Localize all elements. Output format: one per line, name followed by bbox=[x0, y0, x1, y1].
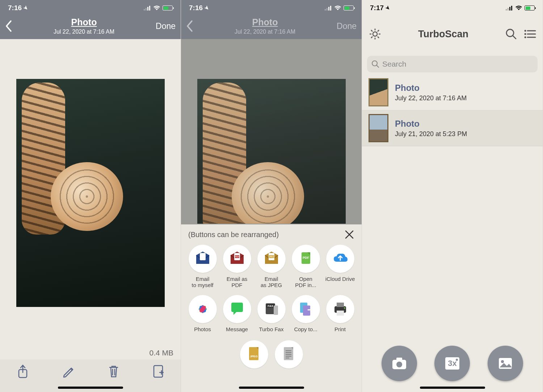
share-sheet: (Buttons can be rearranged) Emailto myse… bbox=[181, 224, 362, 392]
svg-point-36 bbox=[344, 307, 345, 309]
search-input[interactable]: Search bbox=[367, 56, 538, 72]
nav-bar: TurboScan bbox=[362, 16, 543, 52]
share-action-fax[interactable]: FAXTurbo Fax bbox=[254, 295, 289, 332]
share-label: Print bbox=[334, 326, 346, 332]
done-button: Done bbox=[337, 21, 357, 31]
svg-point-52 bbox=[396, 362, 402, 367]
nav-bar: 7:16 ➤ Photo Jul 22, 2020 at 7:16 AM bbox=[0, 0, 181, 39]
share-format-text-page[interactable] bbox=[275, 340, 303, 368]
svg-rect-34 bbox=[337, 303, 344, 307]
home-indicator[interactable] bbox=[58, 387, 123, 389]
x3-label: 3x bbox=[445, 357, 459, 370]
close-button[interactable] bbox=[344, 229, 354, 240]
svg-rect-42 bbox=[509, 7, 510, 10]
share-action-copy[interactable]: Copy to... bbox=[289, 295, 323, 332]
battery-icon bbox=[344, 5, 354, 10]
share-action-message-bubble[interactable]: Message bbox=[220, 295, 254, 332]
import-photo-button[interactable] bbox=[488, 346, 523, 381]
photo-viewport[interactable] bbox=[0, 39, 181, 359]
document-subtitle: July 22, 2020 at 7:16 AM bbox=[395, 94, 467, 102]
svg-point-54 bbox=[501, 360, 504, 363]
home-indicator[interactable] bbox=[420, 387, 485, 389]
home-indicator[interactable] bbox=[239, 387, 304, 389]
svg-point-46 bbox=[525, 30, 526, 32]
share-action-pdf-open[interactable]: PDFOpenPDF in... bbox=[289, 245, 323, 288]
search-icon bbox=[371, 60, 379, 68]
scan-3x-button[interactable]: 3x bbox=[434, 346, 470, 381]
share-label: Photos bbox=[194, 326, 211, 332]
edit-button[interactable] bbox=[62, 364, 75, 378]
search-button[interactable] bbox=[505, 28, 517, 40]
wifi-icon bbox=[153, 5, 160, 10]
share-button[interactable] bbox=[17, 364, 29, 379]
battery-icon bbox=[163, 5, 173, 10]
page-title[interactable]: Photo bbox=[12, 17, 156, 28]
list-view-button[interactable] bbox=[524, 29, 536, 39]
svg-rect-8 bbox=[328, 7, 329, 10]
page-subtitle: Jul 22, 2020 at 7:16 AM bbox=[193, 28, 337, 35]
signal-icon bbox=[325, 6, 332, 10]
icloud-icon bbox=[326, 245, 354, 273]
document-title: Photo bbox=[395, 119, 467, 129]
svg-rect-1 bbox=[146, 8, 147, 10]
delete-button[interactable] bbox=[108, 364, 119, 378]
svg-rect-37 bbox=[249, 347, 258, 360]
message-bubble-icon bbox=[223, 295, 251, 323]
screen-photo-view: 7:16 ➤ Photo Jul 22, 2020 at 7:16 AM bbox=[0, 0, 181, 392]
share-action-printer[interactable]: Print bbox=[323, 295, 357, 332]
document-row[interactable]: PhotoJuly 21, 2020 at 5:23 PM bbox=[362, 110, 543, 146]
page-title: Photo bbox=[193, 17, 337, 28]
share-action-envelope-blue[interactable]: Emailto myself bbox=[185, 245, 220, 288]
settings-button[interactable] bbox=[369, 28, 382, 41]
location-icon: ➤ bbox=[203, 4, 211, 12]
photos-flower-icon bbox=[189, 295, 217, 323]
fax-icon: FAX bbox=[257, 295, 286, 323]
svg-rect-9 bbox=[330, 6, 331, 10]
share-label: OpenPDF in... bbox=[295, 276, 316, 288]
share-label: Emailto myself bbox=[191, 276, 213, 288]
svg-rect-10 bbox=[200, 253, 206, 260]
back-button[interactable] bbox=[5, 20, 12, 32]
screen-library: 7:17 ➤ TurboScan Search PhotoJuly 22, 20… bbox=[362, 0, 543, 392]
svg-text:JPEG: JPEG bbox=[250, 355, 257, 358]
screen-share-sheet: 7:16 ➤ Photo Jul 22, 2020 at 7:16 AM Don… bbox=[181, 0, 362, 392]
share-label: Copy to... bbox=[294, 326, 317, 332]
share-action-envelope-red-pdf[interactable]: PDFEmail as PDF bbox=[220, 245, 254, 288]
document-title: Photo bbox=[395, 83, 467, 93]
share-label: Turbo Fax bbox=[259, 326, 284, 332]
status-time: 7:16 bbox=[8, 4, 22, 12]
svg-rect-7 bbox=[327, 8, 328, 10]
svg-point-47 bbox=[525, 33, 526, 35]
capture-actions: 3x bbox=[362, 346, 543, 381]
signal-icon bbox=[506, 6, 513, 10]
document-list: PhotoJuly 22, 2020 at 7:16 AMPhotoJuly 2… bbox=[362, 75, 543, 146]
printer-icon bbox=[326, 295, 354, 323]
svg-rect-32 bbox=[303, 305, 310, 316]
share-hint: (Buttons can be rearranged) bbox=[188, 231, 279, 239]
status-time: 7:17 bbox=[370, 4, 384, 12]
share-action-icloud[interactable]: iCloud Drive bbox=[323, 245, 357, 288]
document-subtitle: July 21, 2020 at 5:23 PM bbox=[395, 130, 467, 138]
svg-point-48 bbox=[525, 37, 526, 38]
svg-rect-30 bbox=[274, 305, 278, 315]
envelope-blue-icon bbox=[189, 245, 217, 273]
page-subtitle: Jul 22, 2020 at 7:16 AM bbox=[12, 28, 156, 35]
back-button bbox=[186, 20, 193, 32]
share-format-jpeg-page[interactable]: JPEG bbox=[240, 340, 268, 368]
photo-viewport-dimmed bbox=[181, 39, 362, 224]
document-row[interactable]: PhotoJuly 22, 2020 at 7:16 AM bbox=[362, 75, 543, 110]
share-action-photos-flower[interactable]: Photos bbox=[185, 295, 220, 332]
camera-button[interactable] bbox=[382, 346, 417, 381]
svg-point-44 bbox=[373, 32, 377, 36]
svg-text:PDF: PDF bbox=[235, 256, 239, 258]
svg-text:PDF: PDF bbox=[303, 256, 310, 260]
svg-rect-41 bbox=[508, 8, 509, 10]
photo-image bbox=[16, 79, 165, 307]
add-page-button[interactable] bbox=[152, 364, 164, 378]
wifi-icon bbox=[515, 5, 522, 10]
envelope-gold-jpeg-icon: JPEG bbox=[257, 245, 286, 273]
svg-rect-51 bbox=[396, 358, 402, 361]
done-button[interactable]: Done bbox=[156, 21, 176, 31]
share-action-envelope-gold-jpeg[interactable]: JPEGEmailas JPEG bbox=[254, 245, 289, 288]
svg-rect-6 bbox=[325, 9, 326, 10]
